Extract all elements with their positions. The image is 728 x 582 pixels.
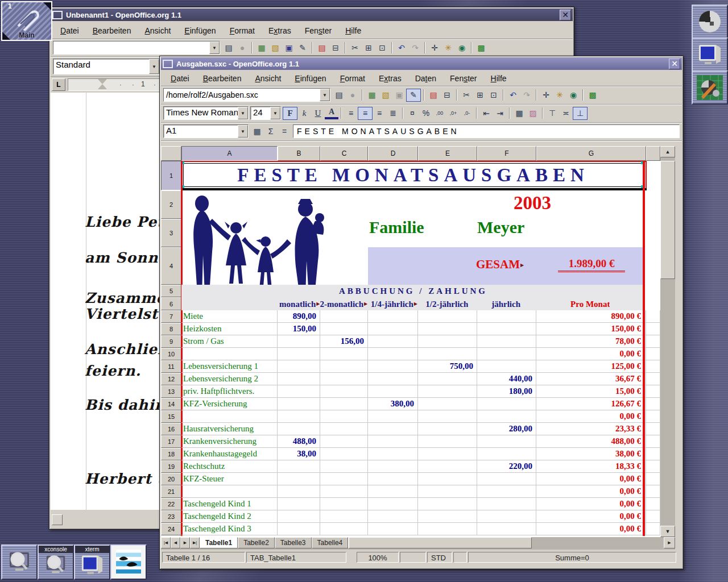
vertical-scrollbar[interactable]: ▲ ▼ bbox=[660, 146, 675, 537]
cell[interactable]: 15,00 € bbox=[536, 385, 646, 398]
cell[interactable] bbox=[320, 323, 368, 335]
cell[interactable] bbox=[477, 448, 536, 460]
cell[interactable] bbox=[181, 410, 278, 423]
cell[interactable] bbox=[368, 435, 418, 448]
print-icon[interactable]: ⊟ bbox=[329, 42, 342, 54]
family-name-cell[interactable]: Meyer bbox=[477, 218, 524, 237]
cell[interactable] bbox=[320, 373, 368, 385]
cell[interactable] bbox=[418, 510, 477, 523]
last-sheet-button[interactable]: ▶| bbox=[190, 537, 200, 548]
cell[interactable] bbox=[368, 485, 418, 498]
new-document-icon[interactable]: ▤ bbox=[332, 89, 346, 101]
scroll-up-icon[interactable]: ▲ bbox=[660, 146, 675, 157]
row-header-3[interactable]: 3 bbox=[161, 219, 181, 247]
column-header-stub[interactable] bbox=[646, 146, 660, 161]
cell[interactable] bbox=[278, 398, 320, 410]
cell[interactable]: Taschengeld Kind 1 bbox=[181, 498, 278, 510]
cell[interactable] bbox=[477, 485, 536, 498]
sheet-tab-tabelle3[interactable]: Tabelle3 bbox=[275, 537, 312, 548]
hyperlink-icon[interactable]: ◉ bbox=[566, 89, 580, 101]
hyperlink-icon[interactable]: ◉ bbox=[455, 42, 469, 54]
cut-icon[interactable]: ✂ bbox=[348, 42, 362, 54]
row-header-9[interactable]: 9 bbox=[161, 335, 181, 348]
cell[interactable] bbox=[368, 310, 418, 323]
row-header-24[interactable]: 24 bbox=[161, 523, 181, 535]
row-header-2[interactable]: 2 bbox=[161, 190, 181, 219]
paste-icon[interactable]: ⊡ bbox=[375, 42, 389, 54]
sheet-tab-tabelle1[interactable]: Tabelle1 bbox=[200, 537, 238, 548]
new-from-template-icon[interactable]: ▦ bbox=[255, 42, 268, 54]
chevron-down-icon[interactable]: ▼ bbox=[149, 59, 159, 74]
pager-main[interactable]: 1 Main bbox=[1, 1, 52, 41]
cell[interactable] bbox=[278, 335, 320, 348]
cell[interactable] bbox=[368, 348, 418, 360]
cell[interactable] bbox=[320, 423, 368, 435]
row-header-16[interactable]: 16 bbox=[161, 423, 181, 435]
standard-format-button[interactable]: ,00 bbox=[433, 107, 446, 119]
chevron-down-icon[interactable]: ▼ bbox=[238, 125, 248, 138]
column-header-B[interactable]: B bbox=[278, 146, 320, 161]
cell[interactable] bbox=[418, 323, 477, 335]
cell[interactable] bbox=[646, 510, 660, 523]
cell[interactable] bbox=[646, 410, 660, 423]
cell[interactable]: 126,67 € bbox=[536, 398, 646, 410]
cell[interactable] bbox=[368, 410, 418, 423]
cell[interactable] bbox=[320, 385, 368, 398]
cell[interactable]: 36,67 € bbox=[536, 373, 646, 385]
menu-extras[interactable]: Extras bbox=[373, 72, 408, 85]
indent-marker-icon[interactable] bbox=[98, 79, 107, 84]
menu-extras[interactable]: Extras bbox=[262, 24, 297, 38]
row-header-4[interactable]: 4 bbox=[161, 247, 181, 285]
dock-item-xterm[interactable]: xterm bbox=[74, 544, 110, 580]
copy-icon[interactable]: ⊞ bbox=[473, 89, 487, 101]
interval-header-2-monatlich[interactable]: 2-monatlich▶ bbox=[320, 297, 367, 310]
cell[interactable]: Heizkosten bbox=[181, 323, 278, 335]
cell[interactable] bbox=[477, 473, 536, 485]
vertical-scrollbar-thumb[interactable] bbox=[660, 161, 675, 279]
first-sheet-button[interactable]: |◀ bbox=[161, 537, 171, 548]
menu-format[interactable]: Format bbox=[224, 24, 261, 38]
cell[interactable]: 280,00 bbox=[477, 423, 536, 435]
window-menu-icon[interactable] bbox=[163, 60, 173, 68]
cell[interactable] bbox=[320, 523, 368, 535]
decrease-indent-button[interactable]: ⇤ bbox=[479, 107, 493, 119]
status-zoom[interactable]: 100% bbox=[357, 552, 399, 563]
open-icon[interactable]: ▧ bbox=[379, 89, 392, 101]
cell[interactable] bbox=[278, 485, 320, 498]
interval-header-j-hrlich[interactable]: jährlich bbox=[477, 297, 536, 310]
cell[interactable] bbox=[320, 510, 368, 523]
interval-header-monatlich[interactable]: monatlich▶ bbox=[278, 297, 320, 310]
gallery-icon[interactable]: ✳ bbox=[441, 42, 455, 54]
cell[interactable] bbox=[368, 460, 418, 473]
cell[interactable] bbox=[418, 398, 477, 410]
row-header-1[interactable]: 1 bbox=[161, 161, 181, 190]
dock-item-xconsole[interactable]: xconsole bbox=[38, 544, 74, 580]
cell[interactable] bbox=[278, 473, 320, 485]
align-center-button[interactable]: ≡ bbox=[358, 107, 373, 120]
paste-icon[interactable]: ⊡ bbox=[487, 89, 500, 101]
cell[interactable]: 0,00 € bbox=[536, 348, 646, 360]
cell[interactable] bbox=[477, 360, 536, 373]
row-header-11[interactable]: 11 bbox=[161, 360, 181, 373]
row-header-22[interactable]: 22 bbox=[161, 498, 181, 510]
underline-button[interactable]: U bbox=[311, 107, 325, 119]
cell[interactable] bbox=[477, 398, 536, 410]
bold-button[interactable]: F bbox=[283, 107, 297, 120]
calc-titlebar[interactable]: Ausgaben.sxc - OpenOffice.org 1.1 ✕ bbox=[161, 57, 682, 70]
cell[interactable]: 78,00 € bbox=[536, 335, 646, 348]
row-header-15[interactable]: 15 bbox=[161, 410, 181, 423]
cell[interactable] bbox=[368, 448, 418, 460]
row-header-6[interactable]: 6 bbox=[161, 297, 181, 310]
cell[interactable]: 0,00 € bbox=[536, 498, 646, 510]
dock-item-monitor[interactable] bbox=[692, 38, 728, 72]
justify-button[interactable]: ≣ bbox=[386, 107, 400, 119]
scroll-right-icon[interactable]: ▶ bbox=[664, 537, 675, 548]
menu-datei[interactable]: Datei bbox=[54, 24, 85, 38]
menu-hilfe[interactable]: Hilfe bbox=[339, 24, 367, 38]
cell[interactable]: 125,00 € bbox=[536, 360, 646, 373]
tab-stop-selector[interactable]: L bbox=[52, 78, 65, 91]
dock-item-tools[interactable] bbox=[692, 70, 728, 105]
cell[interactable] bbox=[320, 435, 368, 448]
align-top-button[interactable]: ⊤ bbox=[545, 107, 559, 119]
section-header-cell[interactable]: ABBUCHUNG / ZAHLUNG bbox=[181, 285, 645, 297]
